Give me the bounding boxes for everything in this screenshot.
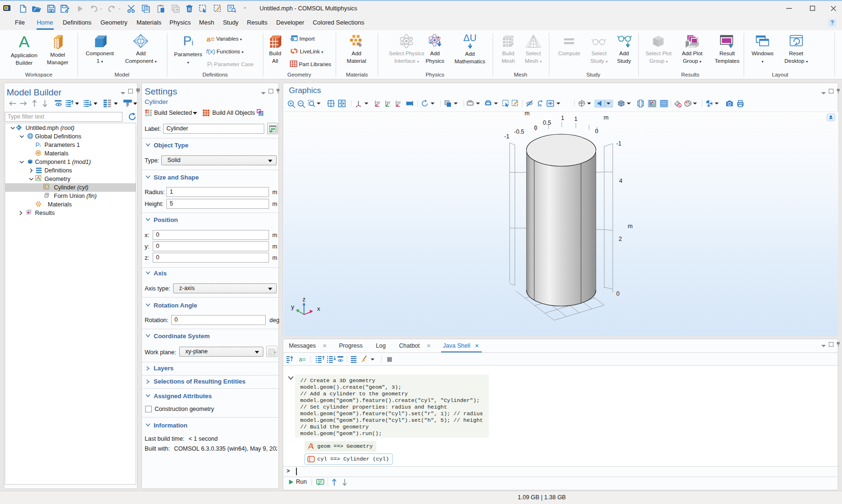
svg-text:m: m	[604, 114, 608, 121]
svg-text:0: 0	[534, 125, 538, 131]
svg-text:0.5: 0.5	[543, 120, 551, 126]
svg-text:m: m	[525, 112, 530, 117]
svg-text:xy: xy	[376, 100, 380, 104]
svg-text:2: 2	[619, 236, 622, 242]
svg-text:xz: xz	[397, 100, 401, 104]
svg-text:-1: -1	[616, 140, 621, 147]
svg-text:z: z	[303, 296, 306, 303]
svg-text:-0.5: -0.5	[514, 128, 524, 135]
svg-text:-1: -1	[504, 133, 509, 140]
svg-text:a=: a=	[299, 356, 306, 363]
svg-text:0: 0	[616, 290, 620, 297]
svg-text:1: 1	[561, 115, 564, 121]
svg-text:1: 1	[574, 116, 578, 122]
svg-text:4: 4	[619, 178, 623, 184]
svg-text:y: y	[291, 303, 295, 310]
svg-text:0: 0	[595, 128, 599, 135]
svg-text:x: x	[317, 305, 321, 312]
svg-text:m: m	[628, 223, 633, 230]
svg-text:yz: yz	[387, 100, 391, 104]
